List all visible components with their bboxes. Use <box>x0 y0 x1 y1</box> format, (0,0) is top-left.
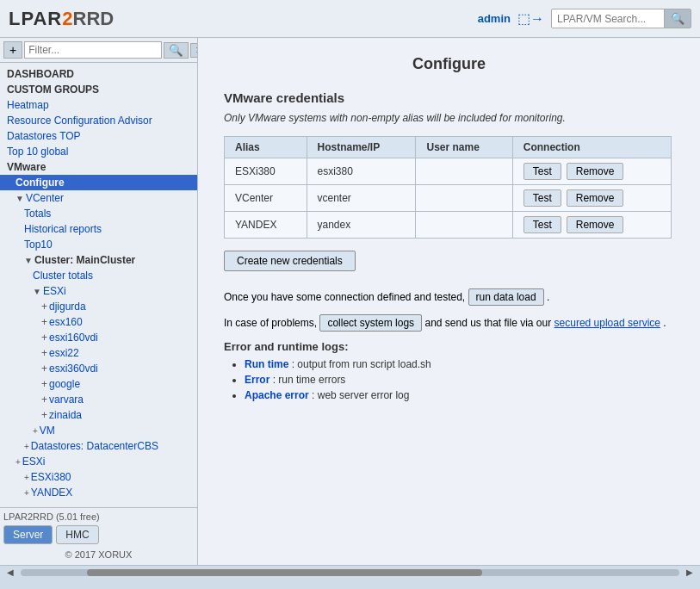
logout-icon[interactable]: ⬚→ <box>517 10 544 27</box>
topbar-right: admin ⬚→ 🔍 <box>478 9 691 28</box>
varvara-expand-icon[interactable]: + <box>41 394 47 406</box>
filter-input[interactable] <box>24 41 162 59</box>
sidebar-item-yandex[interactable]: + YANDEX <box>0 485 197 500</box>
credentials-table: Alias Hostname/IP User name Connection E… <box>224 136 672 239</box>
row1-test-button[interactable]: Test <box>523 163 561 180</box>
row2-username <box>416 185 512 212</box>
run-data-load-button[interactable]: run data load <box>468 288 544 306</box>
row2-test-button[interactable]: Test <box>523 189 561 207</box>
esxi-top-expand-icon[interactable]: + <box>15 457 21 467</box>
col-connection: Connection <box>512 137 671 158</box>
sidebar-item-cluster-totals[interactable]: Cluster totals <box>0 268 197 283</box>
row1-alias: ESXi380 <box>225 158 307 185</box>
esxi-group-expand-icon[interactable]: ▼ <box>33 287 41 296</box>
esxi160vdi-expand-icon[interactable]: + <box>41 332 47 344</box>
list-item: Apache error : web server error log <box>245 389 674 401</box>
collect-logs-button[interactable]: collect system logs <box>319 314 422 332</box>
google-label[interactable]: google <box>49 378 80 390</box>
sidebar-item-configure[interactable]: Configure <box>0 175 197 190</box>
yandex-expand-icon[interactable]: + <box>24 488 29 498</box>
zinaida-label[interactable]: zinaida <box>49 409 82 421</box>
row3-alias: YANDEX <box>225 212 307 239</box>
sidebar-item-historical-reports[interactable]: Historical reports <box>0 221 197 237</box>
sidebar-item-datastores-dc[interactable]: + Datastores: DatacenterCBS <box>0 438 197 454</box>
sidebar-item-esxi-group[interactable]: ▼ ESXi <box>0 283 197 299</box>
sidebar-item-heatmap[interactable]: Heatmap <box>0 97 197 113</box>
esx160-expand-icon[interactable]: + <box>41 316 47 328</box>
sidebar-item-top10[interactable]: Top10 <box>0 237 197 252</box>
vcenter-label[interactable]: VCenter <box>26 192 64 204</box>
sidebar-item-google[interactable]: + google <box>0 376 197 392</box>
varvara-label[interactable]: varvara <box>49 394 84 406</box>
hmc-button[interactable]: HMC <box>56 525 98 544</box>
create-credentials-button[interactable]: Create new credentials <box>224 251 356 271</box>
upload-link[interactable]: secured upload service <box>554 317 660 329</box>
page-title: Configure <box>224 55 674 73</box>
sidebar-item-cluster-maincluster[interactable]: ▼ Cluster: MainCluster <box>0 252 197 268</box>
esxi360vdi-label[interactable]: esxi360vdi <box>49 363 98 375</box>
scroll-left-button[interactable]: ◀ <box>3 567 17 577</box>
search-input[interactable] <box>552 10 664 28</box>
sidebar-item-resource-config[interactable]: Resource Configuration Advisor <box>0 113 197 128</box>
yandex-label[interactable]: YANDEX <box>31 487 72 499</box>
server-button[interactable]: Server <box>3 525 53 544</box>
datastores-dc-expand-icon[interactable]: + <box>24 442 29 451</box>
esxi22-expand-icon[interactable]: + <box>41 347 47 359</box>
scroll-thumb[interactable] <box>87 569 482 576</box>
row2-remove-button[interactable]: Remove <box>567 189 624 207</box>
cluster-expand-icon[interactable]: ▼ <box>24 256 33 265</box>
vm-expand-icon[interactable]: + <box>33 426 38 436</box>
row3-hostname: yandex <box>307 212 416 239</box>
google-expand-icon[interactable]: + <box>41 378 47 390</box>
log1-desc: : output from run script load.sh <box>292 358 431 370</box>
logo-2: 2 <box>62 8 72 30</box>
sidebar-item-esxi360vdi[interactable]: + esxi360vdi <box>0 361 197 376</box>
connection-para-text: Once you have some connection defined an… <box>224 291 465 303</box>
row3-actions: Test Remove <box>512 212 671 239</box>
sidebar-item-esx160[interactable]: + esx160 <box>0 314 197 330</box>
row3-remove-button[interactable]: Remove <box>567 216 624 233</box>
datastores-dc-label[interactable]: Datastores: DatacenterCBS <box>31 440 158 452</box>
row1-remove-button[interactable]: Remove <box>567 163 624 180</box>
section-title: VMware credentials <box>224 90 674 105</box>
list-item: Error : run time errors <box>245 374 674 386</box>
esx160-label[interactable]: esx160 <box>49 316 83 328</box>
sidebar-item-esxi380[interactable]: + ESXi380 <box>0 469 197 485</box>
sidebar-item-datastores-top[interactable]: Datastores TOP <box>0 128 197 144</box>
vcenter-expand-icon[interactable]: ▼ <box>15 194 24 203</box>
sidebar-item-esxi160vdi[interactable]: + esxi160vdi <box>0 330 197 345</box>
esxi360vdi-expand-icon[interactable]: + <box>41 363 47 375</box>
esxi-top-label[interactable]: ESXi <box>22 456 46 468</box>
sidebar-item-zinaida[interactable]: + zinaida <box>0 407 197 423</box>
filter-add-button[interactable]: + <box>3 41 22 59</box>
sidebar-item-custom-groups: CUSTOM GROUPS <box>0 82 197 97</box>
sidebar-item-djigurda[interactable]: + djigurda <box>0 299 197 314</box>
sidebar-item-vcenter[interactable]: ▼ VCenter <box>0 190 197 206</box>
esxi160vdi-label[interactable]: esxi160vdi <box>49 332 98 344</box>
djigurda-expand-icon[interactable]: + <box>41 301 47 313</box>
zinaida-expand-icon[interactable]: + <box>41 409 47 421</box>
filter-search-icon[interactable]: 🔍 <box>164 42 189 59</box>
sidebar-item-totals[interactable]: Totals <box>0 206 197 221</box>
esxi380-label[interactable]: ESXi380 <box>31 471 71 483</box>
filter-clear-button[interactable]: ✕ <box>190 43 198 58</box>
log2-keyword: Error <box>245 374 269 386</box>
sidebar-item-esxi22[interactable]: + esxi22 <box>0 345 197 361</box>
admin-link[interactable]: admin <box>478 12 511 25</box>
problem-para-mid: and send us that file via our <box>424 317 551 329</box>
sidebar-item-vm[interactable]: + VM <box>0 423 197 438</box>
row3-test-button[interactable]: Test <box>523 216 561 233</box>
log2-desc: : run time errors <box>273 374 346 386</box>
search-button[interactable]: 🔍 <box>664 9 691 28</box>
row1-hostname: esxi380 <box>307 158 416 185</box>
scroll-right-button[interactable]: ▶ <box>683 567 697 577</box>
logo-rrd: RRD <box>73 8 115 30</box>
sidebar-item-varvara[interactable]: + varvara <box>0 392 197 407</box>
vm-label[interactable]: VM <box>40 425 55 437</box>
log3-desc: : web server error log <box>312 389 409 401</box>
esxi380-expand-icon[interactable]: + <box>24 473 29 482</box>
sidebar-item-esxi-top[interactable]: + ESXi <box>0 454 197 469</box>
esxi22-label[interactable]: esxi22 <box>49 347 79 359</box>
sidebar-item-top10-global[interactable]: Top 10 global <box>0 144 197 159</box>
djigurda-label[interactable]: djigurda <box>49 301 86 313</box>
